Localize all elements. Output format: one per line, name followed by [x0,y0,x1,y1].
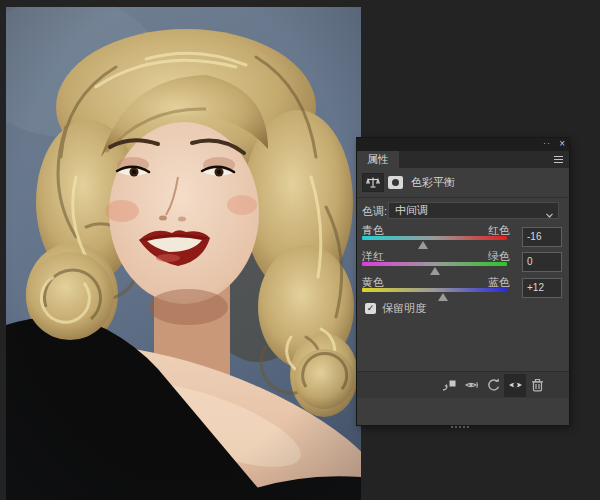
visibility-icon[interactable] [504,374,526,397]
tone-row: 色调: 中间调 [357,202,569,219]
panel-titlebar[interactable]: ·· × [357,138,569,151]
preserve-luminosity-checkbox[interactable]: ✓ [365,303,376,314]
yellow-label: 黄色 [362,275,384,287]
view-previous-state-icon[interactable] [460,374,482,397]
slider-row-magenta-green: 洋红 绿色 0 [362,249,562,275]
cyan-red-slider[interactable] [362,236,507,240]
magenta-green-value-input[interactable]: 0 [522,252,562,272]
slider-row-yellow-blue: 黄色 蓝色 +12 [362,275,562,301]
magenta-green-track[interactable] [362,262,507,266]
tone-select[interactable]: 中间调 [388,202,559,219]
mask-thumbnail-icon[interactable] [388,176,403,189]
close-panel-button[interactable]: × [559,138,565,151]
yellow-blue-thumb[interactable] [438,293,448,301]
tone-selected-value: 中间调 [395,204,428,216]
color-balance-icon[interactable] [362,173,384,192]
blue-label: 蓝色 [488,275,510,287]
delete-icon[interactable] [526,374,548,397]
portrait-photo [6,7,361,500]
preserve-luminosity-label[interactable]: 保留明度 [382,301,426,316]
properties-panel: ·· × 属性 色彩平衡 [357,138,569,425]
tab-properties[interactable]: 属性 [357,151,399,168]
clip-to-layer-button[interactable] [438,374,460,397]
cyan-red-value-input[interactable]: -16 [522,227,562,247]
magenta-green-slider[interactable] [362,262,507,266]
adjustment-header: 色彩平衡 [362,173,455,191]
reset-icon[interactable] [482,374,504,397]
panel-menu-icon[interactable] [554,156,563,163]
panel-tabstrip: 属性 [357,151,569,168]
green-label: 绿色 [488,249,510,261]
divider [357,197,569,198]
tone-label: 色调: [362,204,387,219]
slider-row-cyan-red: 青色 红色 -16 [362,223,562,249]
magenta-label: 洋红 [362,249,384,261]
cyan-label: 青色 [362,223,384,235]
panel-resize-grip[interactable] [450,424,470,429]
cyan-red-thumb[interactable] [418,241,428,249]
panel-content: 色彩平衡 色调: 中间调 青色 红色 -16 [357,168,569,398]
magenta-green-thumb[interactable] [430,267,440,275]
preserve-luminosity-row[interactable]: ✓ 保留明度 [365,302,426,314]
portrait-photo-art [6,7,361,500]
red-label: 红色 [488,223,510,235]
yellow-blue-slider[interactable] [362,288,507,292]
yellow-blue-value-input[interactable]: +12 [522,278,562,298]
panel-toolbar [357,371,569,398]
chevron-down-icon [546,207,553,222]
yellow-blue-track[interactable] [362,288,507,292]
collapse-panel-button[interactable]: ·· [543,138,551,151]
panel-title: 色彩平衡 [411,175,455,190]
window-background: { "window": { "background": "#232323" },… [0,0,600,500]
cyan-red-track[interactable] [362,236,507,240]
